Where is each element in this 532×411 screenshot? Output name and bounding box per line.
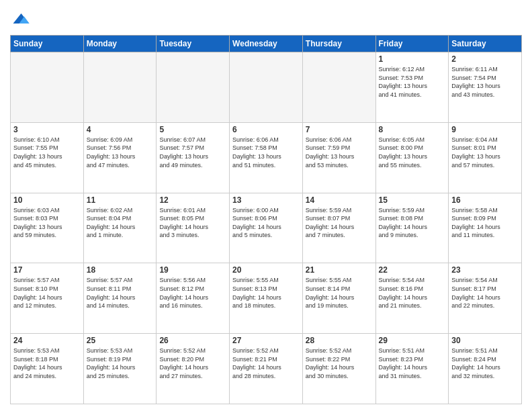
- calendar-cell: 14Sunrise: 5:59 AM Sunset: 8:07 PM Dayli…: [302, 193, 375, 263]
- day-info: Sunrise: 6:10 AM Sunset: 7:55 PM Dayligh…: [13, 136, 81, 169]
- calendar-cell: 7Sunrise: 6:06 AM Sunset: 7:59 PM Daylig…: [302, 122, 375, 193]
- day-header-tuesday: Tuesday: [157, 36, 230, 52]
- day-info: Sunrise: 5:53 AM Sunset: 8:19 PM Dayligh…: [87, 347, 154, 380]
- day-info: Sunrise: 6:00 AM Sunset: 8:06 PM Dayligh…: [232, 206, 300, 240]
- day-header-saturday: Saturday: [449, 36, 522, 52]
- day-number: 16: [451, 195, 519, 205]
- day-info: Sunrise: 6:02 AM Sunset: 8:04 PM Dayligh…: [87, 206, 154, 240]
- calendar-cell: 23Sunrise: 5:54 AM Sunset: 8:17 PM Dayli…: [449, 263, 522, 334]
- day-info: Sunrise: 6:01 AM Sunset: 8:05 PM Dayligh…: [159, 206, 226, 240]
- day-info: Sunrise: 5:54 AM Sunset: 8:16 PM Dayligh…: [379, 276, 446, 310]
- day-number: 10: [13, 195, 81, 205]
- calendar-cell: 12Sunrise: 6:01 AM Sunset: 8:05 PM Dayli…: [157, 193, 230, 263]
- day-info: Sunrise: 6:11 AM Sunset: 7:54 PM Dayligh…: [451, 65, 519, 99]
- day-header-sunday: Sunday: [11, 36, 84, 52]
- day-number: 23: [451, 265, 519, 275]
- day-info: Sunrise: 5:59 AM Sunset: 8:08 PM Dayligh…: [379, 206, 446, 240]
- day-header-thursday: Thursday: [302, 36, 375, 52]
- day-info: Sunrise: 6:06 AM Sunset: 7:58 PM Dayligh…: [232, 136, 300, 169]
- calendar-cell: 25Sunrise: 5:53 AM Sunset: 8:19 PM Dayli…: [83, 334, 157, 404]
- day-number: 11: [87, 195, 154, 205]
- day-info: Sunrise: 5:56 AM Sunset: 8:12 PM Dayligh…: [159, 276, 226, 310]
- calendar-cell: 5Sunrise: 6:07 AM Sunset: 7:57 PM Daylig…: [157, 122, 230, 193]
- calendar-cell: 11Sunrise: 6:02 AM Sunset: 8:04 PM Dayli…: [83, 193, 157, 263]
- calendar-week-1: 3Sunrise: 6:10 AM Sunset: 7:55 PM Daylig…: [11, 122, 522, 193]
- calendar-cell: 30Sunrise: 5:51 AM Sunset: 8:24 PM Dayli…: [449, 334, 522, 404]
- calendar-cell: 27Sunrise: 5:52 AM Sunset: 8:21 PM Dayli…: [230, 334, 303, 404]
- day-info: Sunrise: 5:55 AM Sunset: 8:14 PM Dayligh…: [306, 276, 373, 310]
- day-number: 27: [232, 336, 300, 345]
- calendar-cell: 2Sunrise: 6:11 AM Sunset: 7:54 PM Daylig…: [449, 52, 522, 123]
- day-number: 15: [379, 195, 446, 205]
- calendar-cell: 3Sunrise: 6:10 AM Sunset: 7:55 PM Daylig…: [11, 122, 84, 193]
- day-number: 29: [379, 336, 446, 345]
- day-number: 30: [451, 336, 519, 345]
- logo-icon: [10, 9, 30, 30]
- day-info: Sunrise: 6:09 AM Sunset: 7:56 PM Dayligh…: [87, 136, 154, 169]
- day-number: 1: [379, 54, 446, 64]
- day-number: 8: [379, 125, 446, 134]
- day-info: Sunrise: 5:53 AM Sunset: 8:18 PM Dayligh…: [13, 347, 81, 380]
- calendar-cell: 18Sunrise: 5:57 AM Sunset: 8:11 PM Dayli…: [83, 263, 157, 334]
- day-header-monday: Monday: [83, 36, 157, 52]
- day-info: Sunrise: 5:57 AM Sunset: 8:11 PM Dayligh…: [87, 276, 154, 310]
- day-number: 25: [87, 336, 154, 345]
- calendar-cell: [11, 52, 84, 123]
- day-number: 14: [306, 195, 373, 205]
- day-number: 7: [306, 125, 373, 134]
- calendar-week-3: 17Sunrise: 5:57 AM Sunset: 8:10 PM Dayli…: [11, 263, 522, 334]
- day-header-friday: Friday: [375, 36, 449, 52]
- day-number: 3: [13, 125, 81, 134]
- day-number: 22: [379, 265, 446, 275]
- day-number: 2: [451, 54, 519, 64]
- day-info: Sunrise: 6:03 AM Sunset: 8:03 PM Dayligh…: [13, 206, 81, 240]
- day-info: Sunrise: 5:54 AM Sunset: 8:17 PM Dayligh…: [451, 276, 519, 310]
- calendar-cell: 21Sunrise: 5:55 AM Sunset: 8:14 PM Dayli…: [302, 263, 375, 334]
- day-number: 5: [159, 125, 226, 134]
- calendar-week-0: 1Sunrise: 6:12 AM Sunset: 7:53 PM Daylig…: [11, 52, 522, 123]
- calendar-cell: [230, 52, 303, 123]
- day-info: Sunrise: 6:04 AM Sunset: 8:01 PM Dayligh…: [451, 136, 519, 169]
- calendar-cell: 24Sunrise: 5:53 AM Sunset: 8:18 PM Dayli…: [11, 334, 84, 404]
- calendar-cell: 8Sunrise: 6:05 AM Sunset: 8:00 PM Daylig…: [375, 122, 449, 193]
- day-info: Sunrise: 5:58 AM Sunset: 8:09 PM Dayligh…: [451, 206, 519, 240]
- day-number: 17: [13, 265, 81, 275]
- day-info: Sunrise: 6:12 AM Sunset: 7:53 PM Dayligh…: [379, 65, 446, 99]
- day-number: 26: [159, 336, 226, 345]
- day-number: 19: [159, 265, 226, 275]
- header: [10, 7, 522, 30]
- day-info: Sunrise: 5:57 AM Sunset: 8:10 PM Dayligh…: [13, 276, 81, 310]
- calendar-header-row: SundayMondayTuesdayWednesdayThursdayFrid…: [11, 36, 522, 52]
- calendar-cell: [302, 52, 375, 123]
- calendar-cell: 29Sunrise: 5:51 AM Sunset: 8:23 PM Dayli…: [375, 334, 449, 404]
- calendar-cell: 20Sunrise: 5:55 AM Sunset: 8:13 PM Dayli…: [230, 263, 303, 334]
- day-info: Sunrise: 6:06 AM Sunset: 7:59 PM Dayligh…: [306, 136, 373, 169]
- calendar-cell: 22Sunrise: 5:54 AM Sunset: 8:16 PM Dayli…: [375, 263, 449, 334]
- calendar-cell: 9Sunrise: 6:04 AM Sunset: 8:01 PM Daylig…: [449, 122, 522, 193]
- day-number: 24: [13, 336, 81, 345]
- day-info: Sunrise: 5:55 AM Sunset: 8:13 PM Dayligh…: [232, 276, 300, 310]
- calendar-cell: 19Sunrise: 5:56 AM Sunset: 8:12 PM Dayli…: [157, 263, 230, 334]
- day-number: 12: [159, 195, 226, 205]
- day-info: Sunrise: 6:07 AM Sunset: 7:57 PM Dayligh…: [159, 136, 226, 169]
- calendar-cell: 15Sunrise: 5:59 AM Sunset: 8:08 PM Dayli…: [375, 193, 449, 263]
- day-number: 18: [87, 265, 154, 275]
- calendar-cell: 17Sunrise: 5:57 AM Sunset: 8:10 PM Dayli…: [11, 263, 84, 334]
- day-header-wednesday: Wednesday: [230, 36, 303, 52]
- day-info: Sunrise: 5:52 AM Sunset: 8:22 PM Dayligh…: [306, 347, 373, 380]
- calendar-cell: 10Sunrise: 6:03 AM Sunset: 8:03 PM Dayli…: [11, 193, 84, 263]
- calendar-cell: [157, 52, 230, 123]
- calendar-cell: 26Sunrise: 5:52 AM Sunset: 8:20 PM Dayli…: [157, 334, 230, 404]
- calendar-cell: 1Sunrise: 6:12 AM Sunset: 7:53 PM Daylig…: [375, 52, 449, 123]
- day-number: 28: [306, 336, 373, 345]
- calendar-table: SundayMondayTuesdayWednesdayThursdayFrid…: [10, 35, 522, 404]
- calendar-cell: [83, 52, 157, 123]
- logo: [10, 9, 33, 30]
- day-number: 4: [87, 125, 154, 134]
- day-info: Sunrise: 5:51 AM Sunset: 8:24 PM Dayligh…: [451, 347, 519, 380]
- calendar-cell: 28Sunrise: 5:52 AM Sunset: 8:22 PM Dayli…: [302, 334, 375, 404]
- day-info: Sunrise: 5:51 AM Sunset: 8:23 PM Dayligh…: [379, 347, 446, 380]
- calendar-cell: 6Sunrise: 6:06 AM Sunset: 7:58 PM Daylig…: [230, 122, 303, 193]
- day-number: 9: [451, 125, 519, 134]
- day-info: Sunrise: 6:05 AM Sunset: 8:00 PM Dayligh…: [379, 136, 446, 169]
